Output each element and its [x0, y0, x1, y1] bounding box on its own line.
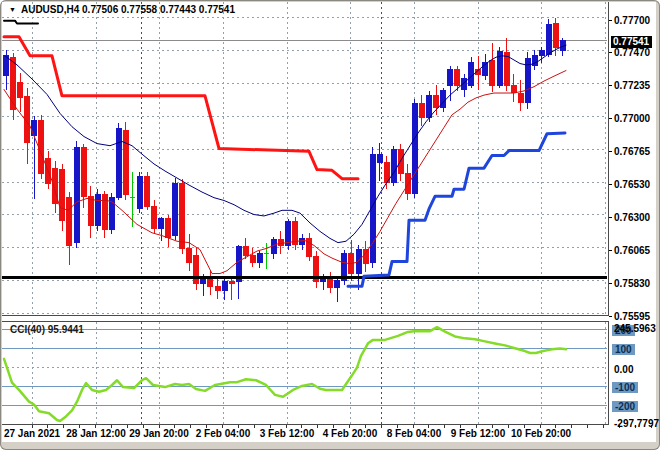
fast-ma-line — [4, 71, 566, 274]
candle-body — [257, 254, 262, 262]
price-axis-label: 0.75595 — [614, 312, 650, 322]
chart-title: ▼ AUDUSD,H4 0.77506 0.77558 0.77443 0.77… — [9, 3, 235, 15]
candle-body — [448, 70, 453, 85]
time-axis-label: 8 Feb 04:00 — [387, 428, 441, 439]
candle-body — [208, 278, 213, 286]
candle-body — [201, 278, 206, 284]
candle-body — [67, 198, 72, 246]
cci-level-badge: -200 — [612, 401, 638, 412]
candle-body — [504, 53, 509, 85]
candle-body — [335, 281, 340, 288]
candle-body — [377, 154, 382, 162]
price-axis-label: 0.76765 — [614, 147, 650, 157]
candle-body — [88, 196, 93, 226]
candle-body — [159, 219, 164, 229]
price-axis-label: 0.77470 — [614, 48, 650, 58]
candle-body — [243, 247, 248, 255]
price-axis-tick — [609, 283, 612, 284]
price-axis-label: 0.77000 — [614, 114, 650, 124]
cci-indicator-label: CCI(40) 95.9441 — [10, 324, 84, 335]
candle-body — [490, 60, 495, 85]
candle-body — [511, 85, 516, 92]
candle-body — [166, 219, 171, 237]
cci-level-badge: -100 — [612, 382, 638, 393]
time-axis-label: 3 Feb 12:00 — [260, 428, 314, 439]
candle-body — [553, 23, 558, 47]
candle-body — [278, 240, 283, 246]
candle-body — [427, 95, 432, 117]
candle-body — [398, 150, 403, 174]
candle-body — [363, 250, 368, 264]
cci-line — [4, 327, 566, 421]
cci-min-label: -297.7797 — [614, 419, 659, 429]
candle-body — [307, 238, 312, 256]
candle-body — [187, 248, 192, 262]
price-axis-tick — [609, 118, 612, 119]
candle-body — [60, 170, 65, 221]
candle-body — [384, 163, 389, 183]
symbol-ohlc-text: AUDUSD,H4 0.77506 0.77558 0.77443 0.7754… — [21, 4, 235, 15]
candle-body — [518, 94, 523, 102]
price-axis-tick — [609, 52, 612, 53]
time-axis-label: 28 Jan 12:00 — [66, 428, 126, 439]
cci-level-badge: 100 — [612, 344, 635, 355]
cci-chart — [2, 322, 607, 424]
cci-max-label: 245.5963 — [614, 324, 656, 334]
price-axis[interactable]: 0.77541 0.777000.774700.772350.770000.76… — [609, 2, 656, 425]
candle-body — [293, 222, 298, 244]
candle-body — [123, 130, 128, 195]
candle-body — [271, 240, 276, 254]
candle-body — [95, 195, 100, 226]
candle-body — [412, 104, 417, 194]
candle-body — [441, 91, 446, 108]
candle-body — [74, 147, 79, 243]
candle-body — [419, 104, 424, 118]
time-axis-label: 10 Feb 20:00 — [511, 428, 571, 439]
price-axis-tick — [609, 250, 612, 251]
price-axis-label: 0.76300 — [614, 213, 650, 223]
time-axis[interactable]: 27 Jan 202128 Jan 12:0029 Jan 20:002 Feb… — [2, 425, 656, 442]
time-axis-label: 2 Feb 04:00 — [196, 428, 250, 439]
chart-inner: ▼ AUDUSD,H4 0.77506 0.77558 0.77443 0.77… — [2, 2, 656, 442]
candle-body — [81, 147, 86, 196]
candle-body — [152, 206, 157, 228]
candle-body — [546, 25, 551, 55]
candle-body — [356, 250, 361, 274]
candle-body — [173, 184, 178, 236]
time-axis-label: 4 Feb 20:00 — [323, 428, 377, 439]
main-chart-pane[interactable] — [2, 2, 609, 316]
price-axis-tick — [609, 20, 612, 21]
price-axis-tick — [609, 316, 612, 317]
candle-body — [250, 255, 255, 262]
price-axis-tick — [609, 217, 612, 218]
candle-body — [116, 129, 121, 198]
candle-body — [229, 282, 234, 283]
candle-body — [391, 150, 396, 182]
chevron-down-icon[interactable]: ▼ — [9, 6, 16, 13]
candle-body — [18, 82, 23, 97]
price-axis-tick — [609, 85, 612, 86]
candle-body — [222, 282, 227, 290]
candle-body — [145, 177, 150, 207]
candle-body — [180, 184, 185, 249]
stop-line-start — [4, 21, 38, 24]
price-axis-tick — [609, 151, 612, 152]
cci-indicator-pane[interactable] — [2, 321, 609, 425]
candlestick-chart — [2, 2, 607, 314]
cci-zero-label: 0.00 — [614, 365, 633, 375]
price-axis-label: 0.76530 — [614, 180, 650, 190]
price-axis-label: 0.77700 — [614, 16, 650, 26]
chart-window: ▼ AUDUSD,H4 0.77506 0.77558 0.77443 0.77… — [0, 0, 660, 450]
candle-body — [137, 177, 142, 209]
price-axis-label: 0.76065 — [614, 246, 650, 256]
time-axis-label: 9 Feb 12:00 — [451, 428, 505, 439]
current-price-badge: 0.77541 — [611, 36, 652, 48]
candle-body — [469, 63, 474, 85]
candle-body — [194, 255, 199, 283]
candle-body — [215, 286, 220, 290]
candle-body — [455, 70, 460, 85]
candle-body — [539, 50, 544, 56]
candle-body — [4, 56, 9, 76]
price-axis-tick — [609, 184, 612, 185]
price-axis-label: 0.75830 — [614, 279, 650, 289]
